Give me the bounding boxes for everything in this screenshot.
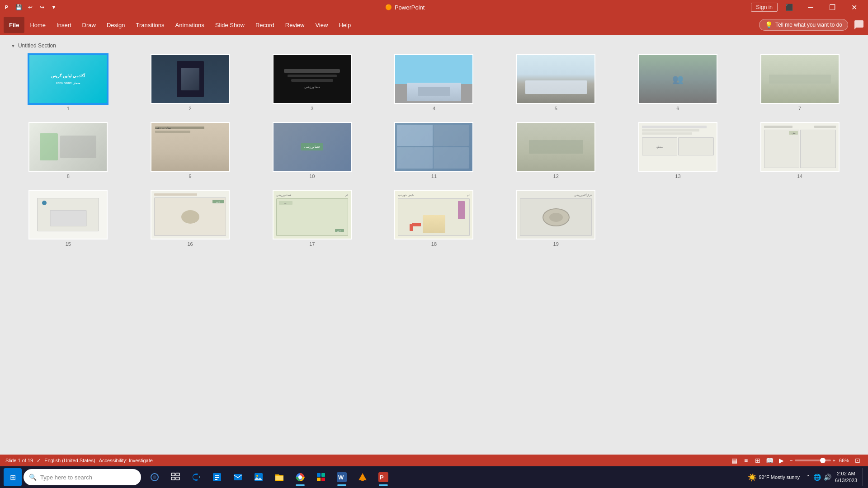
outline-view-button[interactable]: ≡ — [741, 455, 751, 465]
slide-item-2[interactable]: 2 — [133, 54, 248, 111]
svg-rect-7 — [176, 477, 179, 480]
mail-button[interactable] — [228, 467, 248, 487]
ribbon-options-button[interactable]: ⬛ — [778, 0, 799, 14]
photos-button[interactable] — [249, 467, 269, 487]
tell-me-search[interactable]: 💡 Tell me what you want to do — [759, 19, 848, 31]
app-logo-text: 🟠 — [385, 4, 392, 10]
system-clock[interactable]: 2:02 AM 6/13/2023 — [835, 470, 857, 484]
comments-icon[interactable] — [854, 19, 864, 30]
svg-text:P: P — [380, 474, 384, 481]
restore-button[interactable]: ❐ — [822, 0, 843, 14]
slide-sorter-button[interactable]: ⊞ — [753, 455, 763, 465]
language-label: English (United States) — [44, 458, 95, 463]
accessibility-label: Accessibility: Investigate — [99, 458, 153, 463]
start-button[interactable]: ⊞ — [4, 468, 22, 486]
svg-rect-18 — [321, 478, 325, 481]
weather-text: 92°F Mostly sunny — [759, 474, 800, 480]
reading-view-button[interactable]: 📖 — [764, 455, 774, 465]
slide-item-18[interactable]: تابش خورشید ام 18 — [377, 190, 491, 247]
slide-num-10: 10 — [309, 174, 315, 179]
system-tray-icons: ☀️ 92°F Mostly sunny ⌃ 🌐 🔊 — [744, 471, 831, 483]
slide-thumb-16: متن — [151, 190, 230, 239]
slide-item-15[interactable]: 15 — [11, 190, 126, 247]
slide-item-10[interactable]: فضا ورزشی 10 — [255, 122, 369, 179]
title-bar-left: P 💾 ↩ ↪ ▼ — [4, 2, 59, 12]
cortana-button[interactable] — [145, 467, 165, 487]
slide-item-17[interactable]: فضاء ورزشی ام ب متن 17 — [255, 190, 369, 247]
volume-icon[interactable]: 🔊 — [824, 474, 831, 481]
slide-num-13: 13 — [675, 174, 680, 179]
slide-thumb-19: قرارگاه ورزشی — [516, 190, 595, 239]
slide-item-19[interactable]: قرارگاه ورزشی 19 — [499, 190, 613, 247]
zoom-in-icon[interactable]: + — [833, 458, 835, 463]
show-hidden-icons-button[interactable]: ⌃ — [806, 474, 811, 480]
presenter-view-button[interactable]: ▶ — [776, 455, 786, 465]
zoom-slider[interactable] — [795, 460, 831, 461]
menu-help[interactable]: Help — [333, 17, 356, 33]
svg-point-11 — [256, 475, 258, 477]
section-header[interactable]: ▼ Untitled Section — [11, 42, 857, 49]
slide-num-16: 16 — [187, 241, 193, 247]
menu-file[interactable]: File — [4, 17, 24, 33]
slide-item-1[interactable]: آکادمی اولین گریس zaha hadid: معمار 1 — [11, 54, 126, 111]
slide-item-13[interactable]: مقطع 13 — [621, 122, 736, 179]
save-button[interactable]: 💾 — [14, 2, 24, 12]
menu-animations[interactable]: Animations — [170, 17, 210, 33]
slide-item-9[interactable]: سالن ورزشی 9 — [133, 122, 248, 179]
minimize-button[interactable]: ─ — [800, 0, 821, 14]
slide-item-11[interactable]: 11 — [377, 122, 491, 179]
slide-item-3[interactable]: فضا ورزشی 3 — [255, 54, 369, 111]
menu-slideshow[interactable]: Slide Show — [210, 17, 250, 33]
network-icon[interactable]: 🌐 — [813, 474, 821, 481]
edge-browser-button[interactable] — [186, 467, 206, 487]
menu-draw[interactable]: Draw — [77, 17, 101, 33]
slide-thumb-6: 👥 — [638, 54, 717, 104]
menu-insert[interactable]: Insert — [51, 17, 77, 33]
slide-item-16[interactable]: متن 16 — [133, 190, 248, 247]
slide-item-12[interactable]: 12 — [499, 122, 613, 179]
undo-button[interactable]: ↩ — [25, 2, 35, 12]
customize-button[interactable]: ▼ — [49, 2, 59, 12]
slide-thumb-5 — [516, 54, 595, 104]
taskbar-app-2[interactable] — [311, 467, 331, 487]
slide-item-7[interactable]: 7 — [742, 54, 857, 111]
menu-record[interactable]: Record — [250, 17, 280, 33]
slide-item-5[interactable]: 5 — [499, 54, 613, 111]
svg-text:P: P — [5, 5, 8, 10]
file-explorer-button[interactable] — [269, 467, 289, 487]
vlc-button[interactable] — [353, 467, 373, 487]
weather-icon: ☀️ — [748, 473, 757, 482]
zoom-control[interactable]: − + 66% — [790, 458, 849, 463]
slide-item-4[interactable]: 4 — [377, 54, 491, 111]
slides-grid: آکادمی اولین گریس zaha hadid: معمار 1 2 — [11, 54, 857, 247]
slide-thumb-12 — [516, 122, 595, 172]
svg-point-3 — [153, 475, 156, 479]
slide-count: Slide 1 of 19 — [5, 458, 33, 463]
slide-item-14[interactable]: متن 14 — [742, 122, 857, 179]
zoom-out-icon[interactable]: − — [790, 458, 793, 463]
status-right: ▤ ≡ ⊞ 📖 ▶ − + 66% ⊡ — [729, 455, 863, 465]
weather-widget[interactable]: ☀️ 92°F Mostly sunny — [744, 471, 803, 483]
fit-slide-button[interactable]: ⊡ — [853, 455, 863, 465]
redo-button[interactable]: ↪ — [37, 2, 47, 12]
menu-view[interactable]: View — [310, 17, 333, 33]
menu-review[interactable]: Review — [280, 17, 310, 33]
normal-view-button[interactable]: ▤ — [729, 455, 739, 465]
task-view-button[interactable] — [165, 467, 185, 487]
close-button[interactable]: ✕ — [844, 0, 864, 14]
sign-in-button[interactable]: Sign in — [751, 3, 778, 12]
zoom-thumb[interactable] — [820, 458, 826, 463]
slide-item-8[interactable]: 8 — [11, 122, 126, 179]
menu-home[interactable]: Home — [24, 17, 51, 33]
slide-num-18: 18 — [431, 241, 437, 247]
word-button[interactable]: W — [332, 467, 352, 487]
menu-transitions[interactable]: Transitions — [130, 17, 170, 33]
taskbar-search-box[interactable]: 🔍 Type here to search — [24, 469, 141, 485]
slide-item-6[interactable]: 👥 6 — [621, 54, 736, 111]
menu-design[interactable]: Design — [101, 17, 130, 33]
chrome-browser-button[interactable] — [290, 467, 310, 487]
show-desktop-button[interactable] — [863, 468, 864, 486]
slides-panel[interactable]: ▼ Untitled Section آکادمی اولین گریس zah… — [0, 35, 868, 455]
powerpoint-taskbar-button[interactable]: P — [373, 467, 393, 487]
microsoft-store-button[interactable] — [207, 467, 227, 487]
